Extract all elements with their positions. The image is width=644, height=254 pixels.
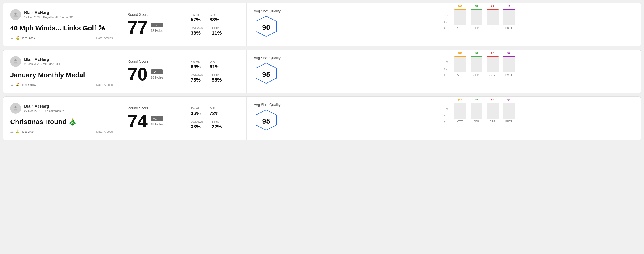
bar-xlabel-ott: OTT bbox=[458, 73, 463, 76]
tee-info: ☁ ⛳ Tee: Yellow bbox=[10, 83, 36, 87]
stats-row-2: Up/Down 78% 1 Putt 56% bbox=[190, 73, 239, 83]
tee-info: ☁ ⛳ Tee: Black bbox=[10, 36, 35, 40]
one-putt-label: 1 Putt bbox=[212, 26, 222, 30]
bar-group-arg: 95 ARG bbox=[487, 103, 498, 123]
bar-line-app bbox=[470, 103, 482, 103]
player-name: Blair McHarg bbox=[24, 104, 64, 109]
bar-line-ott bbox=[454, 103, 466, 103]
bar-value-putt: 93 bbox=[507, 99, 510, 102]
hex-score: 95 bbox=[262, 70, 270, 79]
one-putt-value: 11% bbox=[212, 30, 222, 36]
card-footer: ☁ ⛳ Tee: Black Data: Arccos bbox=[10, 36, 113, 40]
bar-value-app: 87 bbox=[475, 99, 478, 102]
bar-value-putt: 82 bbox=[507, 5, 510, 8]
hexagon: 90 bbox=[254, 15, 278, 40]
score-detail: +5 18 Holes bbox=[151, 22, 163, 32]
round-title: Christmas Round 🎄 bbox=[10, 118, 113, 126]
avatar bbox=[10, 9, 21, 20]
bar-bg-putt bbox=[503, 9, 515, 25]
card-stats: FW Hit 86% GIR 61% Up/Down 78% 1 Putt 56… bbox=[184, 50, 246, 93]
hex-score: 95 bbox=[262, 117, 270, 126]
bar-line-ott bbox=[454, 56, 466, 57]
player-name: Blair McHarg bbox=[24, 57, 61, 62]
avg-quality-label: Avg Shot Quality bbox=[254, 103, 280, 107]
gir-value: 83% bbox=[210, 17, 220, 23]
bar-line-putt bbox=[503, 9, 515, 10]
hex-score: 90 bbox=[262, 23, 270, 32]
bar-value-arg: 98 bbox=[491, 5, 494, 8]
card-score: Round Score 70 -2 18 Holes bbox=[120, 50, 184, 93]
round-title: 40 Mph Winds... Links Golf 🌬 bbox=[10, 24, 113, 32]
bar-xlabel-app: APP bbox=[474, 120, 479, 123]
score-holes: 18 Holes bbox=[151, 123, 163, 126]
quality-section: Avg Shot Quality 90 bbox=[254, 9, 435, 40]
bar-group-arg: 96 ARG bbox=[487, 56, 498, 76]
player-date-course: 12 Feb 2022 · Royal North Devon GC bbox=[24, 15, 73, 19]
gir-value: 72% bbox=[210, 111, 220, 117]
bar-xlabel-putt: PUTT bbox=[505, 26, 512, 29]
card-score: Round Score 74 +2 18 Holes bbox=[120, 97, 184, 140]
bar-xlabel-ott: OTT bbox=[458, 120, 463, 123]
weather-icon: ☁ bbox=[10, 36, 14, 40]
stat-one-putt: 1 Putt 22% bbox=[212, 120, 222, 130]
fw-hit-value: 36% bbox=[190, 111, 200, 117]
gir-value: 61% bbox=[210, 64, 220, 70]
card-stats: FW Hit 57% GIR 83% Up/Down 33% 1 Putt 11… bbox=[184, 3, 246, 46]
stat-gir: GIR 61% bbox=[210, 60, 220, 70]
bar-line-putt bbox=[503, 103, 515, 103]
bar-bg-arg bbox=[487, 9, 498, 25]
player-date-course: 29 Jan 2022 · Mill Ride GCC bbox=[24, 62, 61, 66]
bag-icon: ⛳ bbox=[15, 129, 20, 133]
bar-value-app: 86 bbox=[475, 52, 478, 55]
avg-quality-label: Avg Shot Quality bbox=[254, 9, 280, 13]
bar-group-ott: 110 OTT bbox=[454, 103, 466, 123]
bar-group-app: 86 APP bbox=[470, 56, 482, 76]
stats-row-1: FW Hit 57% GIR 83% bbox=[190, 13, 239, 23]
card-footer: ☁ ⛳ Tee: Yellow Data: Arccos bbox=[10, 83, 113, 87]
bar-line-arg bbox=[487, 56, 498, 57]
quality-section: Avg Shot Quality 95 bbox=[254, 56, 435, 87]
bar-group-app: 87 APP bbox=[470, 103, 482, 123]
quality-section: Avg Shot Quality 95 bbox=[254, 103, 435, 133]
bar-line-arg bbox=[487, 9, 498, 10]
fw-hit-value: 86% bbox=[190, 64, 200, 70]
y-label-0: 0 bbox=[444, 121, 451, 123]
fw-hit-label: FW Hit bbox=[190, 13, 200, 16]
data-source: Data: Arccos bbox=[96, 83, 113, 87]
score-main: 74 +2 18 Holes bbox=[128, 112, 176, 130]
bar-bg-app bbox=[470, 103, 482, 119]
bar-chart-outer: 100 50 0 110 OTT 87 APP 95 bbox=[444, 108, 634, 128]
score-badge: +5 bbox=[151, 22, 163, 27]
tee-label: Tee: Blue bbox=[22, 130, 34, 133]
bar-group-app: 95 APP bbox=[470, 9, 482, 29]
bar-line-ott bbox=[454, 9, 466, 10]
y-label-50: 50 bbox=[444, 114, 451, 117]
data-source: Data: Arccos bbox=[96, 130, 113, 133]
stat-gir: GIR 83% bbox=[210, 13, 220, 23]
bar-line-app bbox=[470, 56, 482, 57]
score-number: 74 bbox=[128, 112, 148, 130]
one-putt-label: 1 Putt bbox=[212, 73, 222, 77]
card-stats: FW Hit 36% GIR 72% Up/Down 33% 1 Putt 22… bbox=[184, 97, 246, 140]
bar-bg-arg bbox=[487, 103, 498, 119]
bar-bg-app bbox=[470, 9, 482, 25]
up-down-label: Up/Down bbox=[190, 120, 202, 124]
stat-up-down: Up/Down 33% bbox=[190, 120, 202, 130]
round-card: Blair McHarg 29 Jan 2022 · Mill Ride GCC… bbox=[3, 50, 641, 93]
bar-line-app bbox=[470, 9, 482, 10]
player-info: Blair McHarg 12 Feb 2022 · Royal North D… bbox=[10, 9, 113, 20]
up-down-label: Up/Down bbox=[190, 26, 202, 30]
score-holes: 18 Holes bbox=[151, 29, 163, 32]
card-footer: ☁ ⛳ Tee: Blue Data: Arccos bbox=[10, 129, 113, 133]
score-number: 77 bbox=[128, 18, 148, 36]
svg-point-2 bbox=[14, 59, 16, 61]
stats-row-1: FW Hit 86% GIR 61% bbox=[190, 60, 239, 70]
stat-up-down: Up/Down 33% bbox=[190, 26, 202, 36]
bar-value-putt: 99 bbox=[507, 52, 510, 55]
stat-fw-hit: FW Hit 36% bbox=[190, 107, 200, 117]
avg-quality-label: Avg Shot Quality bbox=[254, 56, 280, 60]
score-detail: +2 18 Holes bbox=[151, 116, 163, 126]
player-date-course: 27 Dec 2021 · The Oxfordshire bbox=[24, 109, 64, 113]
card-quality: Avg Shot Quality 95 100 50 0 110 OTT bbox=[246, 97, 641, 140]
stat-gir: GIR 72% bbox=[210, 107, 220, 117]
